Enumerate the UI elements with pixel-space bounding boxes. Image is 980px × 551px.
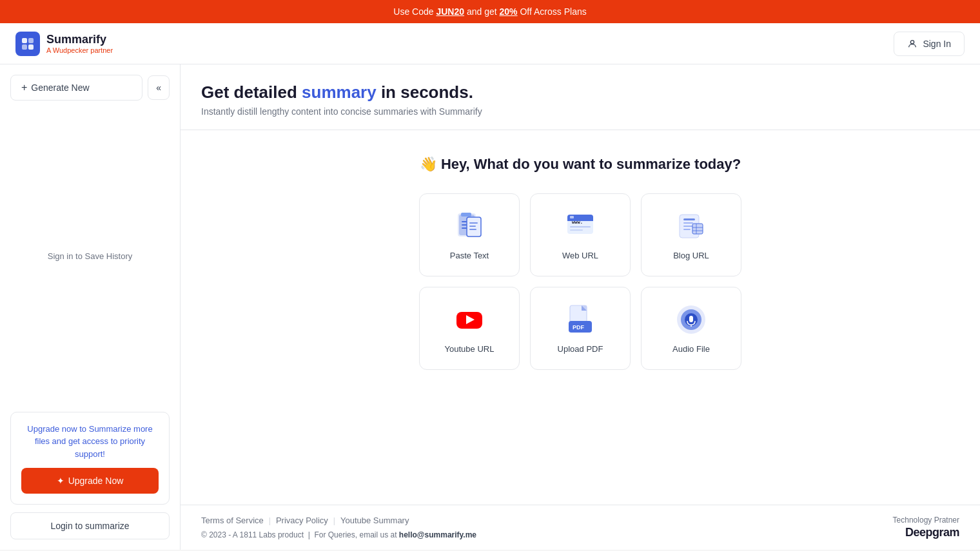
audio-file-icon bbox=[674, 303, 708, 336]
footer-left: Terms of Service | Privacy Policy | Yout… bbox=[201, 516, 476, 539]
logo-area: Summarify A Wudpecker partner bbox=[15, 32, 113, 56]
user-icon bbox=[907, 39, 917, 49]
youtube-url-card[interactable]: Youtube URL bbox=[419, 287, 520, 370]
svg-rect-18 bbox=[570, 216, 574, 218]
paste-text-icon bbox=[453, 209, 486, 243]
footer-tech-label: Technology Pratner bbox=[893, 516, 959, 525]
login-button[interactable]: Login to summarize bbox=[10, 512, 170, 539]
sparkle-icon: ✦ bbox=[57, 476, 64, 486]
svg-rect-1 bbox=[28, 38, 34, 43]
sidebar: + Generate New « Sign in to Save History… bbox=[0, 64, 181, 550]
promo-code: JUN20 bbox=[436, 6, 464, 17]
footer-right: Technology Pratner Deepgram bbox=[893, 516, 959, 539]
partner-text: A Wudpecker partner bbox=[46, 46, 113, 54]
sidebar-history: Sign in to Save History bbox=[10, 108, 170, 404]
cards-section: 👋 Hey, What do you want to summarize tod… bbox=[181, 130, 980, 505]
terms-link[interactable]: Terms of Service bbox=[201, 516, 264, 525]
svg-rect-3 bbox=[28, 44, 34, 50]
main-layout: + Generate New « Sign in to Save History… bbox=[0, 64, 980, 550]
svg-rect-23 bbox=[683, 218, 695, 220]
svg-rect-2 bbox=[22, 44, 27, 50]
svg-rect-13 bbox=[469, 226, 476, 227]
generate-new-button[interactable]: + Generate New bbox=[10, 75, 142, 101]
svg-rect-27 bbox=[692, 224, 703, 234]
upload-pdf-icon: PDF bbox=[564, 303, 597, 336]
web-url-icon: www. bbox=[564, 209, 597, 243]
youtube-url-label: Youtube URL bbox=[445, 344, 495, 354]
upgrade-button[interactable]: ✦ Upgrade Now bbox=[21, 468, 159, 494]
blog-url-icon bbox=[674, 209, 708, 243]
youtube-url-icon bbox=[453, 303, 486, 336]
youtube-summary-link[interactable]: Youtube Summary bbox=[340, 516, 409, 525]
content-header: Get detailed summary in seconds. Instant… bbox=[181, 64, 980, 130]
content-area: Get detailed summary in seconds. Instant… bbox=[181, 64, 980, 550]
upgrade-description: Upgrade now to Summarize more files and … bbox=[21, 423, 159, 461]
blog-url-card[interactable]: Blog URL bbox=[641, 193, 741, 276]
footer-copyright: © 2023 - A 1811 Labs product | For Queri… bbox=[201, 530, 476, 539]
audio-file-label: Audio File bbox=[672, 344, 710, 354]
discount-value: 20% bbox=[500, 6, 518, 17]
web-url-label: Web URL bbox=[562, 251, 598, 260]
svg-rect-14 bbox=[469, 229, 476, 230]
upload-pdf-label: Upload PDF bbox=[558, 344, 603, 354]
svg-rect-20 bbox=[570, 226, 591, 227]
svg-rect-0 bbox=[22, 38, 27, 43]
paste-text-card[interactable]: Paste Text bbox=[419, 193, 520, 276]
svg-rect-7 bbox=[461, 213, 471, 217]
upgrade-card: Upgrade now to Summarize more files and … bbox=[10, 412, 170, 505]
web-url-card[interactable]: www. Web URL bbox=[530, 193, 631, 276]
svg-rect-40 bbox=[689, 316, 693, 322]
app-name: Summarify bbox=[46, 33, 113, 46]
privacy-link[interactable]: Privacy Policy bbox=[276, 516, 328, 525]
page-subtitle: Instantly distill lengthy content into c… bbox=[201, 106, 959, 117]
sign-in-button[interactable]: Sign In bbox=[894, 32, 965, 56]
svg-text:PDF: PDF bbox=[573, 324, 585, 331]
svg-rect-12 bbox=[469, 222, 478, 224]
svg-rect-24 bbox=[683, 222, 693, 224]
cards-grid: Paste Text www. Web URL bbox=[419, 193, 741, 370]
upload-pdf-card[interactable]: PDF Upload PDF bbox=[530, 287, 631, 370]
sidebar-top: + Generate New « bbox=[10, 75, 170, 101]
header: Summarify A Wudpecker partner Sign In bbox=[0, 23, 980, 64]
audio-file-card[interactable]: Audio File bbox=[641, 287, 741, 370]
deepgram-logo: Deepgram bbox=[893, 526, 959, 539]
blog-url-label: Blog URL bbox=[673, 251, 709, 260]
svg-rect-21 bbox=[570, 229, 583, 231]
footer-links: Terms of Service | Privacy Policy | Yout… bbox=[201, 516, 476, 525]
banner-text: Use Code JUN20 and get 20% Off Across Pl… bbox=[393, 6, 586, 17]
history-text: Sign in to Save History bbox=[48, 251, 133, 261]
footer: Terms of Service | Privacy Policy | Yout… bbox=[181, 505, 980, 550]
paste-text-label: Paste Text bbox=[450, 251, 489, 260]
collapse-button[interactable]: « bbox=[148, 75, 170, 100]
svg-rect-26 bbox=[683, 229, 691, 230]
promo-banner: Use Code JUN20 and get 20% Off Across Pl… bbox=[0, 0, 980, 23]
svg-point-4 bbox=[911, 40, 914, 43]
svg-text:www.: www. bbox=[572, 220, 583, 225]
plus-icon: + bbox=[21, 82, 27, 93]
cards-heading: 👋 Hey, What do you want to summarize tod… bbox=[420, 156, 741, 173]
logo-icon bbox=[15, 32, 40, 56]
logo-text: Summarify A Wudpecker partner bbox=[46, 33, 113, 54]
page-title: Get detailed summary in seconds. bbox=[201, 82, 959, 102]
